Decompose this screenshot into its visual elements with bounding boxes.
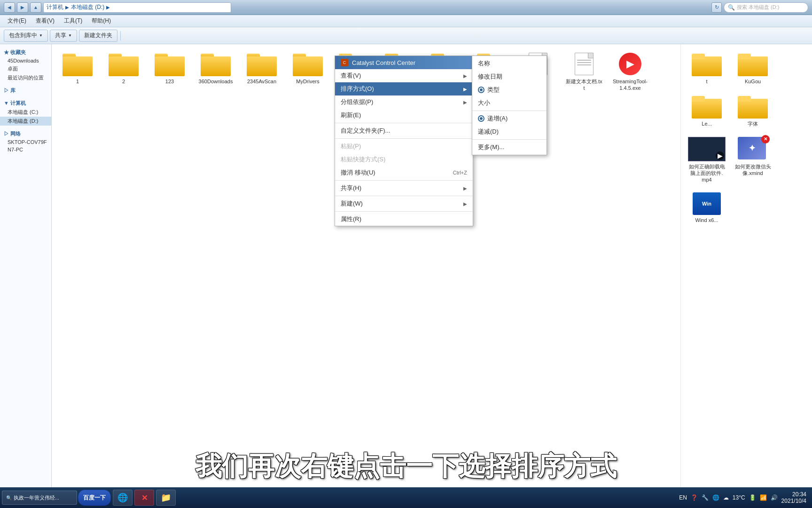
ctx-view-left: 查看(V) (341, 71, 361, 80)
radio-asc-filled (480, 117, 483, 120)
submenu-desc[interactable]: 递减(D) (472, 125, 547, 138)
ctx-separator-3 (335, 180, 473, 181)
radio-type (478, 87, 484, 93)
ctx-paste-shortcut-label: 粘贴快捷方式(S) (341, 155, 385, 164)
temp-indicator: 13°C (733, 494, 745, 501)
radio-asc (478, 115, 484, 122)
clock[interactable]: 20:34 2021/10/4 (781, 491, 806, 504)
ctx-group-arrow: ▶ (463, 100, 467, 105)
ctx-group-label: 分组依据(P) (341, 98, 373, 106)
ctx-new-arrow: ▶ (463, 201, 467, 206)
clock-date: 2021/10/4 (781, 498, 806, 504)
catalyst-icon: C (341, 59, 348, 66)
ctx-view-arrow: ▶ (463, 73, 467, 79)
ctx-undo-label: 撤消 移动(U) (341, 168, 375, 177)
ctx-undo-left: 撤消 移动(U) (341, 168, 375, 177)
ctx-separator-1 (335, 123, 473, 123)
ctx-separator-5 (335, 211, 473, 212)
context-menu-overlay[interactable]: C Catalyst Control Center 查看(V) ▶ 排序方式(O… (0, 0, 812, 508)
ctx-customize-label: 自定义文件夹(F)... (341, 127, 390, 135)
submenu-sep-1 (472, 111, 547, 111)
ctx-share-arrow: ▶ (463, 186, 467, 191)
submenu-asc-label: 递增(A) (487, 114, 508, 123)
taskbar-search[interactable]: 🔍 执政一年营义伟经... (2, 491, 77, 505)
ctx-paste-label: 粘贴(P) (341, 142, 361, 151)
ctx-properties-label: 属性(R) (341, 215, 361, 223)
taskbar: 🔍 执政一年营义伟经... 百度一下 🌐 ✕ 📁 EN ❓ 🔧 🌐 ☁ 13°C… (0, 487, 812, 508)
submenu-type-label: 类型 (487, 86, 500, 94)
battery-icon: 🔋 (749, 494, 756, 501)
sort-submenu: 名称 修改日期 类型 大小 递增(A) 递减(D) 更多(M)... (472, 56, 547, 155)
ctx-new-left: 新建(W) (341, 199, 363, 208)
ctx-paste: 粘贴(P) (335, 140, 473, 153)
submenu-type[interactable]: 类型 (472, 83, 547, 96)
ctx-refresh-label: 刷新(E) (341, 111, 361, 119)
settings-icon[interactable]: 🔧 (702, 494, 709, 501)
submenu-asc[interactable]: 递增(A) (472, 112, 547, 125)
ctx-refresh[interactable]: 刷新(E) (335, 109, 473, 122)
ie-icon: 🌐 (117, 492, 128, 503)
ctx-undo-shortcut: Ctrl+Z (453, 170, 467, 175)
ctx-view-label: 查看(V) (341, 71, 361, 80)
lang-indicator: EN (679, 494, 687, 501)
ctx-sort-left: 排序方式(O) (341, 85, 374, 93)
context-menu-header: C Catalyst Control Center (335, 56, 473, 69)
weather-icon: ☁ (723, 494, 729, 501)
radio-filled (480, 88, 483, 91)
clock-time: 20:34 (792, 491, 806, 498)
ctx-paste-shortcut: 粘贴快捷方式(S) (335, 153, 473, 166)
ctx-sort[interactable]: 排序方式(O) ▶ (335, 82, 473, 95)
ctx-new[interactable]: 新建(W) ▶ (335, 197, 473, 210)
submenu-name[interactable]: 名称 (472, 57, 547, 70)
ctx-sort-label: 排序方式(O) (341, 85, 374, 93)
explorer-icon: 📁 (161, 492, 171, 503)
taskbar-baidu[interactable]: 百度一下 (78, 490, 111, 506)
taskbar-explorer[interactable]: 📁 (156, 490, 176, 506)
volume-icon[interactable]: 🔊 (771, 494, 778, 501)
ctx-share-label: 共享(H) (341, 184, 361, 192)
baidu-label: 百度一下 (83, 494, 106, 502)
taskbar-ie[interactable]: 🌐 (113, 490, 133, 506)
help-icon[interactable]: ❓ (691, 494, 698, 501)
submenu-size[interactable]: 大小 (472, 96, 547, 110)
context-menu: C Catalyst Control Center 查看(V) ▶ 排序方式(O… (335, 56, 473, 226)
ctx-separator-4 (335, 196, 473, 196)
ctx-new-label: 新建(W) (341, 199, 363, 208)
ctx-undo[interactable]: 撤消 移动(U) Ctrl+Z (335, 166, 473, 179)
submenu-date[interactable]: 修改日期 (472, 70, 547, 83)
app-x-icon: ✕ (141, 493, 148, 502)
ctx-customize[interactable]: 自定义文件夹(F)... (335, 124, 473, 137)
submenu-sep-2 (472, 139, 547, 140)
taskbar-search-icon: 🔍 (6, 495, 12, 500)
ctx-share[interactable]: 共享(H) ▶ (335, 182, 473, 195)
network-icon[interactable]: 🌐 (712, 494, 719, 501)
ctx-share-left: 共享(H) (341, 184, 361, 192)
signal-icon: 📶 (760, 494, 767, 501)
ctx-group-left: 分组依据(P) (341, 98, 373, 106)
taskbar-tray: EN ❓ 🔧 🌐 ☁ 13°C 🔋 📶 🔊 20:34 2021/10/4 (679, 491, 810, 504)
taskbar-app-x[interactable]: ✕ (134, 490, 154, 506)
ctx-sort-arrow: ▶ (463, 87, 467, 92)
taskbar-search-text: 执政一年营义伟经... (14, 494, 59, 501)
submenu-more[interactable]: 更多(M)... (472, 141, 547, 154)
ctx-properties[interactable]: 属性(R) (335, 213, 473, 226)
ctx-group[interactable]: 分组依据(P) ▶ (335, 95, 473, 109)
ctx-separator-2 (335, 138, 473, 139)
ctx-view[interactable]: 查看(V) ▶ (335, 69, 473, 82)
context-menu-title: Catalyst Control Center (352, 59, 415, 66)
